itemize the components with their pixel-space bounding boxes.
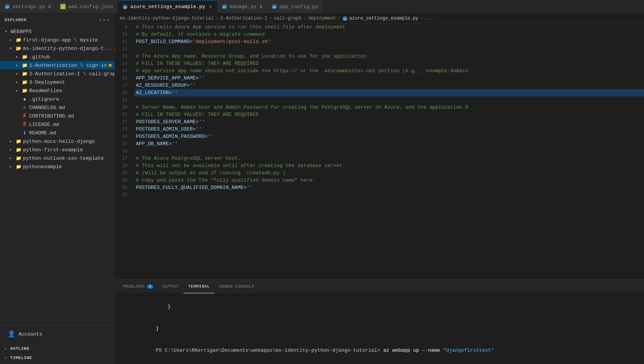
line-num-21: 21 (115, 111, 130, 118)
editor[interactable]: 9 10 11 12 13 14 15 16 17 18 19 20 21 22… (115, 23, 644, 280)
line-num-17: 17 (115, 82, 130, 89)
sidebar-item-changelog[interactable]: ⊙ CHANGELOG.md (0, 103, 115, 112)
line-num-28: 28 (115, 162, 130, 169)
sidebar-item-2-auth[interactable]: 📁 2-Authorization-I \ call-graph (0, 69, 115, 78)
sidebar-item-ms-identity[interactable]: 📂 ms-identity-python-django-t... (0, 44, 115, 53)
sidebar-item-pythonexample[interactable]: 📁 pythonexample (0, 162, 115, 171)
breadcrumb-sep-1: › (216, 16, 218, 21)
sidebar-item-gitignore[interactable]: ◆ .gitignore (0, 95, 115, 103)
line-num-30: 30 (115, 177, 130, 184)
timeline-arrow: ▸ (5, 356, 7, 360)
timeline-item[interactable]: ▸ TIMELINE (0, 353, 115, 362)
first-django-arrow (8, 37, 14, 43)
sidebar-item-readme[interactable]: ℹ README.md (0, 129, 115, 137)
sidebar-tree: WEBAPPS 📁 first-django-app \ mysite 📂 ms… (0, 26, 115, 176)
code-line-21: # FILL IN THESE VALUES! THEY ARE REQUIRE… (134, 111, 644, 118)
terminal-content[interactable]: } ] PS C:\Users\RKerrigan\Documents\weba… (115, 293, 644, 364)
breadcrumb-sep-2: › (269, 16, 272, 21)
breadcrumb-sep-5: › (420, 16, 423, 21)
py-icon-4: py (272, 4, 277, 9)
changelog-label: CHANGELOG.md (29, 105, 112, 111)
breadcrumb-5: azure_settings_example.py (349, 16, 418, 21)
line-num-25: 25 (115, 140, 130, 147)
tab-problems[interactable]: PROBLEMS 3 (118, 280, 158, 293)
line-num-16: 16 (115, 74, 130, 82)
gitignore-label: .gitignore (29, 96, 112, 102)
code-line-31: POSTGRES_FULLY_QUALIFIED_DOMAIN_NAME='' (134, 184, 644, 191)
tab-azure-settings[interactable]: py azure_settings_example.py × (118, 0, 217, 13)
sidebar-item-license[interactable]: 🎗 LICENSE.md (0, 120, 115, 129)
code-line-28: # This will not be available until after… (134, 162, 644, 169)
more-icon[interactable]: ··· (99, 17, 110, 23)
close-tab-icon[interactable]: × (209, 4, 212, 10)
tab-app-config[interactable]: py app_config.py (267, 0, 323, 13)
sidebar-item-readmefiles[interactable]: 📁 ReadmeFiles (0, 86, 115, 95)
code-line-25: APP_DB_NAME='' (134, 140, 644, 147)
sidebar-item-first-django[interactable]: 📁 first-django-app \ mysite (0, 36, 115, 44)
problems-label: PROBLEMS (123, 284, 145, 289)
line-num-19: 19 (115, 96, 130, 104)
code-line-24: POSTGRES_ADMIN_PASSWORD='' (134, 133, 644, 140)
license-icon: 🎗 (21, 121, 28, 127)
sidebar-item-python-outlook[interactable]: 📁 python-outlook-sso-template (0, 154, 115, 162)
github-label: .github (29, 54, 112, 60)
tab-settings-py[interactable]: py settings.py 2 (0, 0, 56, 13)
svg-text:py: py (343, 17, 347, 20)
sidebar-item-python-first[interactable]: 📁 python-first-example (0, 146, 115, 154)
py-icon: py (5, 4, 10, 9)
line-num-23: 23 (115, 126, 130, 133)
outline-arrow: ▸ (5, 346, 7, 351)
sidebar-bottom: 👤 Accounts (0, 325, 115, 342)
terminal-label: TERMINAL (188, 284, 210, 289)
sidebar-item-1-auth[interactable]: 📁 1-Authentication \ sign-in (0, 61, 115, 69)
line-num-24: 24 (115, 133, 130, 140)
debug-label: DEBUG CONSOLE (219, 284, 254, 289)
readmefiles-label: ReadmeFiles (29, 88, 112, 94)
2-auth-label: 2-Authorization-I \ call-graph (29, 71, 115, 77)
2-auth-folder-icon: 📁 (21, 71, 28, 77)
breadcrumb-6: ... (425, 16, 433, 21)
sidebar-item-github[interactable]: 📁 .github (0, 53, 115, 61)
tab-debug[interactable]: DEBUG CONSOLE (215, 280, 259, 293)
terminal-line-1: } (120, 296, 639, 318)
python-first-label: python-first-example (23, 147, 112, 153)
line-num-27: 27 (115, 155, 130, 162)
python-docs-label: python-docs-hello-django (23, 139, 112, 144)
ms-identity-label: ms-identity-python-django-t... (23, 46, 113, 51)
outline-item[interactable]: ▸ OUTLINE (0, 344, 115, 353)
1-auth-label: 1-Authentication \ sign-in (29, 63, 107, 68)
breadcrumb: ms-identity-python-django-tutorial › 2-A… (115, 13, 644, 23)
tab-manage-label: manage.py (230, 4, 256, 10)
terminal-line-4: Could not auto-detect the runtime stack … (120, 361, 639, 364)
sidebar-item-3-deploy[interactable]: 📁 3-Deployment (0, 78, 115, 86)
1-auth-modified-dot (109, 64, 112, 67)
tab-manage-py[interactable]: py manage.py 1 (217, 0, 267, 13)
tab-terminal[interactable]: TERMINAL (183, 280, 215, 293)
sidebar-item-contributing[interactable]: 🎗 CONTRIBUTING.md (0, 112, 115, 120)
line-num-29: 29 (115, 169, 130, 177)
line-num-32: 32 (115, 191, 130, 199)
sidebar-header-icons: ··· (99, 17, 110, 23)
accounts-label: Accounts (18, 331, 42, 337)
line-num-14: 14 (115, 60, 130, 67)
output-label: OUTPUT (162, 284, 179, 289)
outline-label: OUTLINE (10, 346, 30, 351)
problems-badge: 3 (147, 285, 154, 289)
sidebar-title: EXPLORER (5, 18, 26, 22)
code-line-23: POSTGRES_ADMIN_USER='' (134, 126, 644, 133)
main-area: EXPLORER ··· WEBAPPS 📁 first-django-app … (0, 13, 644, 364)
webapps-section: WEBAPPS 📁 first-django-app \ mysite 📂 ms… (0, 26, 115, 172)
line-num-31: 31 (115, 184, 130, 191)
sidebar-item-python-docs[interactable]: 📁 python-docs-hello-django (0, 137, 115, 146)
accounts-button[interactable]: 👤 Accounts (5, 329, 110, 339)
code-line-29: # (Will be output at end if running `cre… (134, 169, 644, 177)
1-auth-folder-icon: 📁 (21, 62, 28, 68)
tab-aad-json[interactable]: {} aad.config.json (56, 0, 118, 13)
pythonexample-folder-icon: 📁 (15, 164, 21, 170)
webapps-header[interactable]: WEBAPPS (0, 27, 115, 36)
tab-output[interactable]: OUTPUT (158, 280, 183, 293)
readmefiles-folder-icon: 📁 (21, 88, 28, 94)
contributing-icon: 🎗 (21, 113, 28, 119)
tab-settings-badge: 2 (48, 4, 51, 9)
line-num-20: 20 (115, 104, 130, 111)
